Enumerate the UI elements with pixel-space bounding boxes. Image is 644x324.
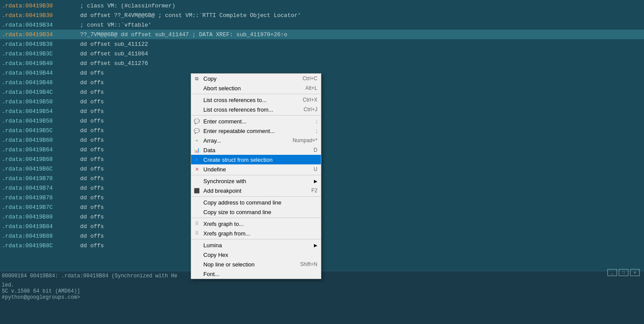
code-line: .rdata:00419B3C dd offset sub_411064 bbox=[0, 49, 644, 58]
xrefs-icon: ⠿ bbox=[193, 220, 201, 228]
code-content: dd offset sub_411276 bbox=[80, 60, 148, 67]
menu-item-copy[interactable]: ⧉CopyCtrl+C bbox=[191, 74, 321, 83]
menu-item-copy-addr-cmdline[interactable]: Copy address to command line bbox=[191, 198, 321, 207]
menu-separator bbox=[191, 115, 321, 116]
code-line: .rdata:00419B80 dd offs bbox=[0, 212, 644, 222]
menu-item-label: Nop line or selection bbox=[203, 261, 255, 268]
menu-item-array[interactable]: +Array...Numpad+* bbox=[191, 136, 321, 145]
code-line: .rdata:00419B70 dd offs bbox=[0, 174, 644, 183]
menu-item-label: Copy bbox=[203, 75, 216, 82]
menu-item-label: Font... bbox=[203, 271, 219, 277]
menu-item-data[interactable]: 📊DataD bbox=[191, 145, 321, 155]
menu-item-shortcut: D bbox=[314, 147, 317, 153]
menu-item-add-breakpoint[interactable]: ⬛Add breakpointF2 bbox=[191, 186, 321, 195]
xrefs-icon: ⠿ bbox=[193, 229, 201, 237]
menu-item-label: Array... bbox=[203, 137, 221, 144]
code-content: dd offs bbox=[80, 108, 104, 115]
code-line: .rdata:00419B78 dd offs bbox=[0, 193, 644, 202]
data-icon: 📊 bbox=[193, 146, 201, 154]
code-content: dd offs bbox=[80, 242, 104, 249]
minimize-btn[interactable]: _ bbox=[607, 269, 617, 276]
menu-item-label: List cross references from... bbox=[203, 106, 273, 113]
menu-item-label: Enter comment... bbox=[203, 118, 246, 125]
code-line: .rdata:00419B6C dd offs bbox=[0, 164, 644, 174]
menu-separator bbox=[191, 196, 321, 197]
bottom-controls: _ □ ✕ bbox=[607, 269, 640, 276]
menu-item-list-xrefs-to[interactable]: List cross references to...Ctrl+X bbox=[191, 95, 321, 105]
code-content: ; const VM::`vftable' bbox=[80, 22, 152, 28]
menu-item-copy-hex[interactable]: Copy Hex bbox=[191, 250, 321, 259]
code-line: .rdata:00419B50 dd offs bbox=[0, 97, 644, 106]
breakpoint-icon: ⬛ bbox=[193, 187, 201, 194]
code-content: dd offset sub_411122 bbox=[80, 41, 148, 48]
code-line: .rdata:00419B40 dd offset sub_411276 bbox=[0, 58, 644, 68]
code-line: .rdata:00419B4C dd offs bbox=[0, 87, 644, 97]
code-address: .rdata:00419B84 bbox=[2, 223, 80, 230]
menu-item-label: Xrefs graph from... bbox=[203, 230, 250, 237]
code-address: .rdata:00419B30 bbox=[2, 12, 80, 19]
menu-item-label: Copy address to command line bbox=[203, 199, 281, 206]
code-address: .rdata:00419B50 bbox=[2, 99, 80, 105]
context-menu: ⧉CopyCtrl+CAbort selectionAlt+LList cros… bbox=[191, 73, 321, 279]
code-content: dd offs bbox=[80, 204, 104, 211]
menu-item-copy-size-cmdline[interactable]: Copy size to command line bbox=[191, 207, 321, 217]
code-address: .rdata:00419B8C bbox=[2, 242, 80, 249]
code-line: .rdata:00419B60 dd offs bbox=[0, 135, 644, 145]
array-icon: + bbox=[193, 136, 201, 144]
struct-icon: A bbox=[193, 156, 201, 164]
code-content: dd offs bbox=[80, 79, 104, 86]
menu-separator bbox=[191, 239, 321, 239]
code-content: dd offs bbox=[80, 118, 104, 124]
code-line: .rdata:00419B30 dd offset ??_R4VM@@6B@ ;… bbox=[0, 10, 644, 20]
code-content: dd offs bbox=[80, 127, 104, 134]
menu-item-abort-selection[interactable]: Abort selectionAlt+L bbox=[191, 83, 321, 93]
menu-item-undefine[interactable]: ✕UndefineU bbox=[191, 164, 321, 174]
code-address: .rdata:00419B74 bbox=[2, 185, 80, 191]
menu-item-lumina[interactable]: Lumina▶ bbox=[191, 240, 321, 250]
restore-btn[interactable]: □ bbox=[619, 269, 628, 276]
menu-item-enter-repeatable-comment[interactable]: 💬Enter repeatable comment...; bbox=[191, 126, 321, 136]
menu-item-shortcut: U bbox=[314, 166, 317, 172]
code-content: dd offs bbox=[80, 99, 104, 105]
code-content: dd offset sub_411064 bbox=[80, 51, 148, 57]
code-content: ; class VM: (#classinformer) bbox=[80, 3, 175, 9]
menu-item-label: Lumina bbox=[203, 242, 222, 249]
menu-item-xrefs-graph-to[interactable]: ⠿Xrefs graph to... bbox=[191, 219, 321, 229]
code-line: .rdata:00419B64 dd offs bbox=[0, 145, 644, 154]
undefine-icon: ✕ bbox=[193, 165, 201, 173]
menu-item-shortcut: Alt+L bbox=[305, 85, 317, 91]
menu-item-shortcut: Ctrl+J bbox=[303, 106, 317, 113]
menu-item-list-xrefs-from[interactable]: List cross references from...Ctrl+J bbox=[191, 105, 321, 114]
code-address: .rdata:00419B78 bbox=[2, 194, 80, 201]
menu-item-label: Undefine bbox=[203, 166, 226, 173]
bottom-line3: #python@googlegroups.com> bbox=[2, 294, 642, 300]
code-address: .rdata:00419B60 bbox=[2, 137, 80, 143]
menu-item-label: Synchronize with bbox=[203, 178, 246, 184]
menu-item-shortcut: ; bbox=[316, 128, 317, 134]
bottom-line1: led. bbox=[2, 282, 642, 288]
code-content: dd offs bbox=[80, 194, 104, 201]
menu-item-enter-comment[interactable]: 💬Enter comment...; bbox=[191, 116, 321, 126]
menu-separator bbox=[191, 218, 321, 218]
status-bar: 00008184 00419B84: .rdata:00419B84 (Sync… bbox=[0, 271, 644, 280]
comment-icon: 💬 bbox=[193, 117, 201, 125]
code-content: dd offs bbox=[80, 70, 104, 76]
menu-item-synchronize-with[interactable]: Synchronize with▶ bbox=[191, 176, 321, 186]
code-address: .rdata:00419B6C bbox=[2, 166, 80, 172]
code-content: dd offs bbox=[80, 214, 104, 220]
menu-item-font[interactable]: Font... bbox=[191, 269, 321, 279]
code-address: .rdata:00419B38 bbox=[2, 41, 80, 48]
menu-item-shortcut: Shift+N bbox=[300, 261, 317, 267]
code-address: .rdata:00419B80 bbox=[2, 214, 80, 220]
code-address: .rdata:00419B7C bbox=[2, 204, 80, 211]
menu-item-xrefs-graph-from[interactable]: ⠿Xrefs graph from... bbox=[191, 229, 321, 238]
menu-separator bbox=[191, 175, 321, 175]
code-content: dd offs bbox=[80, 137, 104, 143]
code-area: .rdata:00419B30 ; class VM: (#classinfor… bbox=[0, 0, 644, 262]
close-btn[interactable]: ✕ bbox=[630, 269, 640, 276]
menu-item-label: Copy Hex bbox=[203, 252, 228, 258]
menu-item-shortcut: Ctrl+C bbox=[303, 75, 317, 82]
menu-item-nop-line[interactable]: Nop line or selectionShift+N bbox=[191, 259, 321, 269]
code-line: .rdata:00419B48 dd offs bbox=[0, 78, 644, 87]
menu-item-create-struct[interactable]: ACreate struct from selection bbox=[191, 155, 321, 164]
